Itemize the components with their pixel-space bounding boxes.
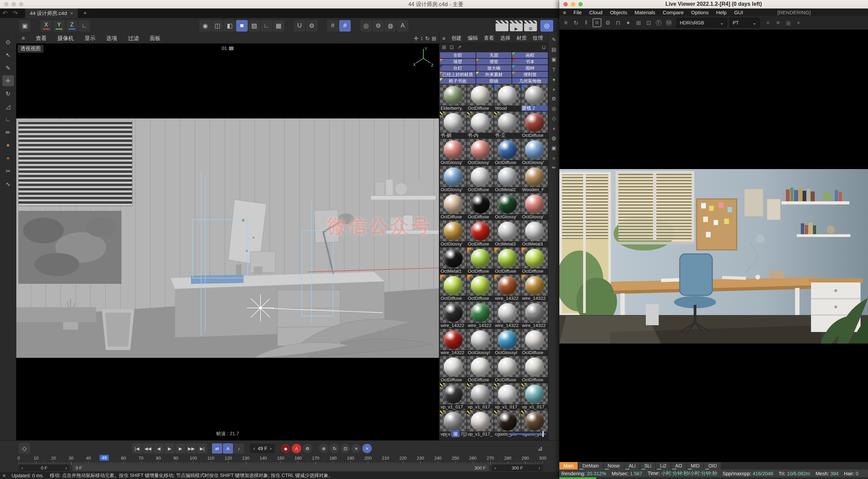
material-item[interactable]: vp_v1_017_ [521,383,548,410]
lv-menu-File[interactable]: File [570,10,585,15]
solo-hex-icon[interactable]: ◍ [385,20,396,32]
pause-render-icon[interactable]: ‖ [581,18,591,28]
lv-menu-Compare[interactable]: Compare [659,10,688,15]
add-tab-button[interactable]: + [83,10,87,17]
range-end-dec-icon[interactable]: ‹ [495,465,496,471]
material-item[interactable]: OctDiffuse [467,166,494,192]
material-thumbnail[interactable] [521,247,548,269]
material-item[interactable]: OctMetal1 [440,247,466,274]
poly-icon[interactable]: ◇ [550,115,558,122]
material-item[interactable]: wire_14322 [494,275,521,301]
material-item[interactable]: OctGlossy' [494,193,521,220]
material-thumbnail[interactable] [521,329,548,350]
material-item[interactable]: 书-躺 [440,112,466,138]
material-thumbnail[interactable] [494,112,521,133]
zoom-window-button[interactable] [578,2,583,6]
loop-icon[interactable]: ⇄ [212,443,222,454]
fcurve-icon[interactable]: ⊿ [534,443,546,454]
material-item[interactable]: OctDiffuse [440,193,466,220]
material-thumbnail[interactable] [521,85,548,106]
material-thumbnail[interactable] [494,193,521,214]
next-frame-icon[interactable]: ▶ [175,443,186,454]
viewport-menu-选项[interactable]: 选项 [101,35,122,42]
material-item[interactable]: OctDiffuse [494,139,521,165]
sphere-green-2-icon[interactable]: ● [550,85,558,93]
pan-view-icon[interactable]: ✛ [414,35,418,42]
material-item[interactable]: OctDiffuse [467,247,494,274]
grid-view-icon[interactable]: ⊞ [451,430,460,437]
material-item[interactable]: vp_v1_017_ [467,383,494,410]
material-thumbnail[interactable] [440,193,466,214]
material-item[interactable]: OctGlossyI [494,329,521,355]
knife-tool-icon[interactable]: ✂ [2,166,14,177]
cube-icon[interactable]: ▣ [550,56,558,63]
material-thumbnail[interactable] [440,356,466,377]
magenta-node-icon[interactable]: ♦ [550,125,558,132]
range-start-inc-icon[interactable]: › [65,465,67,471]
next-key-icon[interactable]: ▶▶ [186,443,196,454]
lv-traffic-lights[interactable] [563,2,583,6]
viewport-menu-摄像机[interactable]: 摄像机 [52,35,79,42]
render-pass-tab-li2[interactable]: Li2 [656,462,671,469]
range-end-inc-icon[interactable]: › [539,465,540,471]
material-thumbnail[interactable] [494,85,521,106]
prev-frame-icon[interactable]: ◀ [154,443,164,454]
c4d-traffic-lights[interactable] [4,2,23,6]
camera-icon[interactable]: ▣ [550,144,558,152]
material-thumbnail[interactable] [467,356,494,377]
material-item[interactable]: wire_14322 [521,275,548,301]
axis-mode-icon[interactable]: ∟ [261,20,272,32]
gear-circle-icon[interactable]: ⚙ [372,20,384,32]
material-thumbnail[interactable] [494,329,521,350]
material-thumbnail[interactable] [467,247,494,269]
material-item[interactable]: OctDiffuse [521,356,548,383]
material-thumbnail[interactable] [494,139,521,160]
material-item[interactable]: Wood [494,85,521,111]
record-key-button[interactable]: ◇ [19,443,30,454]
viewport-canvas[interactable]: 透视视图 01 Y X Z [16,43,439,440]
current-frame-field[interactable]: ‹ 49 F › [250,444,275,453]
render-pass-tab-mid[interactable]: MID [687,462,704,469]
range-start-dec-icon[interactable]: ‹ [21,465,23,471]
gear-icon[interactable]: ⚙ [550,95,558,103]
material-thumbnail[interactable] [521,410,548,431]
material-category-button[interactable]: 放大镜 [476,65,512,71]
material-thumbnail[interactable] [467,139,494,160]
frame-dec-icon[interactable]: ‹ [253,446,255,451]
trash-icon[interactable]: ⊔ [542,44,546,50]
material-item[interactable]: OctGlossy' [467,139,494,165]
material-thumbnail[interactable] [494,247,521,269]
material-thumbnail[interactable] [494,356,521,377]
pen-tool-icon[interactable]: ✎ [2,62,14,73]
add-region-icon[interactable]: ⊞ [633,18,643,28]
model-mode-icon[interactable]: ■ [236,20,248,32]
material-thumbnail[interactable] [521,193,548,214]
material-item[interactable]: Wooden_F [521,166,548,192]
edges-mode-icon[interactable]: ◫ [212,20,223,32]
render-pass-tab-noise[interactable]: Noise [604,462,624,469]
lv-menu-Help[interactable]: Help [712,10,730,15]
material-item[interactable]: wire_14322 [521,302,548,328]
play-mode-icon[interactable]: A [223,443,233,454]
add-material-icon[interactable]: ⊞ [442,44,446,50]
thumbnail-size-slider[interactable] [508,433,546,435]
zoom-tool-icon[interactable]: ⊙ [2,37,14,48]
material-thumbnail[interactable] [440,383,466,404]
material-thumbnail[interactable] [521,220,548,241]
material-item[interactable]: OctDiffuse [467,275,494,301]
close-window-button[interactable] [4,2,8,6]
minimize-window-button[interactable] [571,2,575,6]
viewport-menu-查看[interactable]: 查看 [30,35,52,42]
material-item[interactable]: 眼镜 2 [521,85,548,111]
material-thumbnail[interactable] [440,247,466,269]
material-thumbnail[interactable] [440,166,466,187]
material-item[interactable]: OctDiffuse [521,247,548,274]
material-thumbnail[interactable] [494,383,521,404]
material-thumbnail[interactable] [467,220,494,241]
focus-picker-icon[interactable]: Ⓕ [654,18,664,28]
material-category-button[interactable]: 闹钟 [512,65,548,71]
axis-tool-icon[interactable]: ∟ [2,114,14,125]
clear-region-icon[interactable]: ⊡ [643,18,654,28]
material-item[interactable]: 书-立 [494,112,521,138]
material-item[interactable]: wire_14322 [467,302,494,328]
